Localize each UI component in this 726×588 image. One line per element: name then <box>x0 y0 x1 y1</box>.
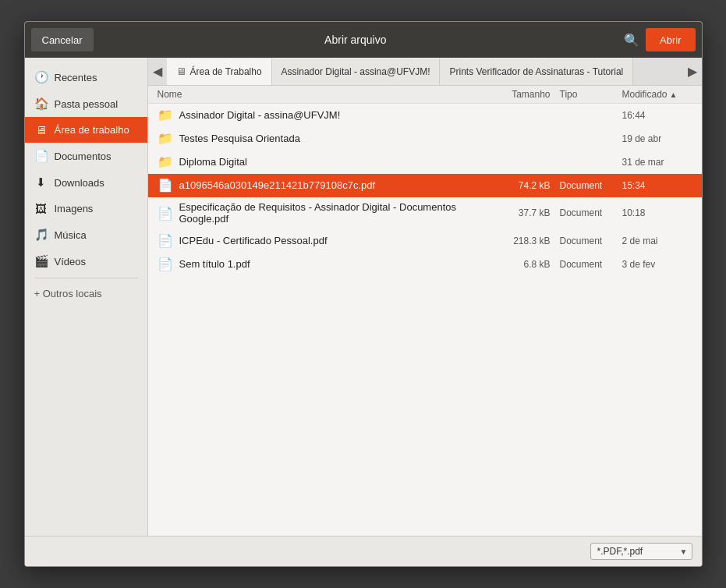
table-row[interactable]: 📄 a1096546a030149e211421b779108c7c.pdf 7… <box>148 174 702 197</box>
file-modified: 19 de abr <box>622 133 692 144</box>
folder-icon: 📁 <box>158 154 173 169</box>
sidebar-separator <box>34 278 138 278</box>
tabbar: ◀ 🖥Área de TrabalhoAssinador Digital - a… <box>148 58 702 86</box>
dialog-body: 🕐Recentes🏠Pasta pessoal🖥Área de trabalho… <box>25 58 702 536</box>
file-name: 📁 Testes Pesquisa Orientada <box>158 131 498 146</box>
main-area: ◀ 🖥Área de TrabalhoAssinador Digital - a… <box>148 58 702 536</box>
file-modified: 16:44 <box>622 110 692 121</box>
sidebar-item-recentes[interactable]: 🕐Recentes <box>25 64 147 90</box>
videos-icon: 🎬 <box>34 254 48 268</box>
area-de-trabalho-icon: 🖥 <box>34 123 48 136</box>
folder-icon: 📁 <box>158 108 173 122</box>
file-name: 📁 Diploma Digital <box>158 154 498 169</box>
sidebar: 🕐Recentes🏠Pasta pessoal🖥Área de trabalho… <box>25 58 148 536</box>
dialog-title: Abrir arquivo <box>94 34 618 46</box>
file-list-header: Nome Tamanho Tipo Modificado ▲ <box>148 86 702 104</box>
file-modified: 10:18 <box>622 207 692 218</box>
table-row[interactable]: 📄 Especificação de Requisitos - Assinado… <box>148 197 702 229</box>
file-icon: 📄 <box>158 178 173 193</box>
sidebar-item-label: Área de trabalho <box>55 124 129 136</box>
tab-next-button[interactable]: ▶ <box>683 58 702 85</box>
file-type: Document <box>560 207 622 218</box>
file-size: 74.2 kB <box>498 180 560 191</box>
sidebar-item-other-locations[interactable]: + Outros locais <box>25 282 147 306</box>
sidebar-item-downloads[interactable]: ⬇Downloads <box>25 169 147 196</box>
file-type: Document <box>560 236 622 246</box>
sidebar-item-pasta-pessoal[interactable]: 🏠Pasta pessoal <box>25 90 147 117</box>
col-name-header: Nome <box>158 89 498 100</box>
dialog-footer: *.PDF,*.pdfTodos os arquivos ▼ <box>25 536 702 566</box>
file-name: 📄 ICPEdu - Certificado Pessoal.pdf <box>158 233 498 248</box>
table-row[interactable]: 📁 Diploma Digital 31 de mar <box>148 151 702 174</box>
sidebar-item-label: Música <box>55 229 87 241</box>
file-size: 218.3 kB <box>498 236 560 246</box>
imagens-icon: 🖼 <box>34 202 48 215</box>
sidebar-item-musica[interactable]: 🎵Música <box>25 221 147 248</box>
table-row[interactable]: 📁 Assinador Digital - assina@UFVJM! 16:4… <box>148 104 702 127</box>
file-size: 6.8 kB <box>498 259 560 270</box>
file-name: 📄 Especificação de Requisitos - Assinado… <box>158 201 498 225</box>
file-modified: 31 de mar <box>622 157 692 168</box>
sidebar-item-imagens[interactable]: 🖼Imagens <box>25 196 147 221</box>
musica-icon: 🎵 <box>34 228 48 242</box>
table-row[interactable]: 📄 ICPEdu - Certificado Pessoal.pdf 218.3… <box>148 229 702 253</box>
pasta-pessoal-icon: 🏠 <box>34 97 48 111</box>
file-list: 📁 Assinador Digital - assina@UFVJM! 16:4… <box>148 104 702 536</box>
sidebar-item-label: Recentes <box>55 72 97 83</box>
file-modified: 15:34 <box>622 180 692 191</box>
cancel-button[interactable]: Cancelar <box>31 28 94 51</box>
file-name: 📁 Assinador Digital - assina@UFVJM! <box>158 108 498 122</box>
sidebar-item-label: Documentos <box>55 151 112 162</box>
search-icon[interactable]: 🔍 <box>618 29 646 51</box>
sidebar-item-label: Imagens <box>55 203 94 214</box>
col-modified-header[interactable]: Modificado ▲ <box>622 89 692 100</box>
file-name: 📄 Sem título 1.pdf <box>158 257 498 271</box>
file-icon: 📄 <box>158 233 173 248</box>
file-type: Document <box>560 259 622 270</box>
open-button[interactable]: Abrir <box>646 28 695 51</box>
file-filter-select[interactable]: *.PDF,*.pdfTodos os arquivos <box>590 543 692 560</box>
desktop-icon: 🖥 <box>176 66 186 77</box>
table-row[interactable]: 📄 Sem título 1.pdf 6.8 kB Document 3 de … <box>148 253 702 276</box>
tab-assinador[interactable]: Assinador Digital - assina@UFVJM! <box>272 58 441 85</box>
col-size-header: Tamanho <box>498 89 560 100</box>
recentes-icon: 🕐 <box>34 70 48 84</box>
sort-arrow-icon: ▲ <box>670 90 678 99</box>
tab-prev-button[interactable]: ◀ <box>148 58 167 85</box>
file-open-dialog: Cancelar Abrir arquivo 🔍 Abrir 🕐Recentes… <box>24 21 703 567</box>
sidebar-item-videos[interactable]: 🎬Vídeos <box>25 248 147 275</box>
file-icon: 📄 <box>158 257 173 271</box>
file-type: Document <box>560 180 622 191</box>
downloads-icon: ⬇ <box>34 175 48 190</box>
documentos-icon: 📄 <box>34 149 48 163</box>
dialog-header: Cancelar Abrir arquivo 🔍 Abrir <box>25 22 702 58</box>
sidebar-item-area-de-trabalho[interactable]: 🖥Área de trabalho <box>25 117 147 143</box>
sidebar-item-label: Downloads <box>55 177 104 189</box>
tab-prints[interactable]: Prints Verificador de Assinaturas - Tuto… <box>440 58 633 85</box>
sidebar-item-documentos[interactable]: 📄Documentos <box>25 143 147 169</box>
file-size: 37.7 kB <box>498 207 560 218</box>
tab-area-trabalho[interactable]: 🖥Área de Trabalho <box>167 58 272 86</box>
file-name: 📄 a1096546a030149e211421b779108c7c.pdf <box>158 178 498 193</box>
table-row[interactable]: 📁 Testes Pesquisa Orientada 19 de abr <box>148 127 702 151</box>
file-icon: 📄 <box>158 206 173 221</box>
file-modified: 3 de fev <box>622 259 692 270</box>
col-type-header: Tipo <box>560 89 622 100</box>
file-modified: 2 de mai <box>622 236 692 246</box>
sidebar-item-label: Vídeos <box>55 256 86 267</box>
folder-icon: 📁 <box>158 131 173 146</box>
sidebar-item-label: Pasta pessoal <box>55 98 119 110</box>
filter-wrapper: *.PDF,*.pdfTodos os arquivos ▼ <box>590 543 692 560</box>
